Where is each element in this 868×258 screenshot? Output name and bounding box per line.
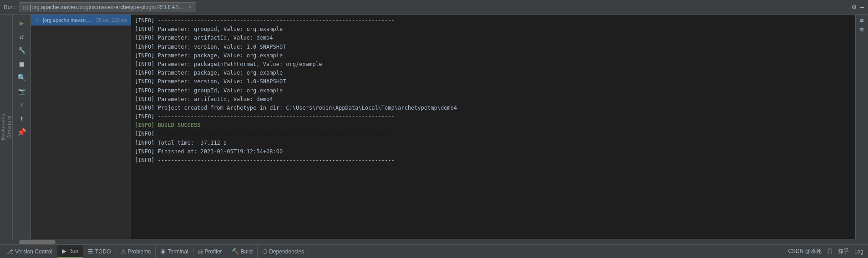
console-line: [INFO] Finished at: 2023-01-05T19:12:54+…	[135, 147, 852, 156]
structure-panel: Structure	[6, 15, 13, 239]
run-check-icon: ✓	[35, 16, 40, 24]
run-item[interactable]: ✓ [org.apache.maven.plugins:maven-archet…	[31, 15, 131, 25]
run-item-text: [org.apache.maven.plugins:maven-archetyp…	[43, 17, 93, 23]
bottom-tab-run[interactable]: ▶Run	[57, 245, 83, 258]
bottom-tab-todo[interactable]: ☰TODO	[83, 245, 116, 258]
sidebar-run-btn[interactable]: ▶	[15, 16, 29, 29]
tab-label-terminal: Terminal	[168, 248, 188, 255]
tab-icon-build: 🔨	[232, 248, 239, 255]
console-area[interactable]: [INFO] ---------------------------------…	[131, 15, 855, 239]
scroll-top-icon[interactable]: ≡	[860, 16, 863, 24]
console-line: [INFO] ---------------------------------…	[135, 130, 852, 138]
log-link[interactable]: Log↑	[854, 248, 866, 255]
hscroll-thumb[interactable]	[19, 240, 56, 244]
console-line: [INFO] Parameter: version, Value: 1.0-SN…	[135, 43, 852, 51]
bottom-right-links: CSDN @杀死一只知乎Log↑	[788, 248, 866, 255]
csdn-link[interactable]: CSDN @杀死一只	[788, 248, 832, 255]
scroll-bottom-icon[interactable]: ≣	[860, 26, 863, 34]
sidebar-flash-btn[interactable]: ⚡	[15, 98, 29, 111]
bookmarks-label: Bookmarks	[0, 113, 5, 140]
tab-label-profiler: Profiler	[205, 248, 222, 255]
close-tab-icon[interactable]: ✕	[188, 5, 192, 10]
minimize-icon[interactable]: —	[860, 3, 864, 11]
right-panel: ≡ ≣	[855, 15, 868, 239]
bottom-tab-dependencies[interactable]: ⬡Dependencies	[258, 245, 309, 258]
bookmarks-panel: Bookmarks	[0, 15, 6, 239]
console-line: [INFO] Parameter: artifactId, Value: dem…	[135, 95, 852, 104]
tab-icon-dependencies: ⬡	[262, 248, 267, 255]
sidebar-rerun-btn[interactable]: ↺	[15, 30, 29, 43]
tab-label-todo: TODO	[95, 248, 111, 255]
zhihu-link[interactable]: 知乎	[838, 248, 849, 255]
bottom-tab-terminal[interactable]: ▣Terminal	[156, 245, 193, 258]
tab-icon-problems: ⚠	[121, 248, 126, 255]
bottom-tab-problems[interactable]: ⚠Problems	[116, 245, 156, 258]
main-area: Bookmarks Structure ▶ ↺ 🔧 ■ 🔍 📷 ⚡ ⬆ 📌 ✓ …	[0, 15, 868, 239]
bottom-tab-build[interactable]: 🔨Build	[227, 245, 258, 258]
console-line: [INFO] Parameter: groupId, Value: org.ex…	[135, 25, 852, 34]
tab-label-run: Run	[68, 248, 78, 254]
run-tab[interactable]: m [org.apache.maven.plugins:maven-archet…	[19, 2, 196, 12]
console-line: [INFO] Parameter: version, Value: 1.0-SN…	[135, 77, 852, 86]
tab-icon-todo: ☰	[88, 248, 93, 255]
run-item-time: 38 sec, 219 ms	[96, 18, 127, 23]
console-line: [INFO] BUILD SUCCESS	[135, 121, 852, 130]
tab-icon-terminal: ▣	[160, 248, 166, 255]
run-tab-title: [org.apache.maven.plugins:maven-archetyp…	[30, 4, 185, 10]
horizontal-scrollbar[interactable]	[0, 239, 868, 244]
tab-label-build: Build	[241, 248, 253, 255]
console-line: [INFO] Parameter: package, Value: org.ex…	[135, 69, 852, 77]
tab-label-version control: Version Control	[15, 248, 52, 255]
console-line: [INFO] Total time: 37.112 s	[135, 139, 852, 147]
console-line: [INFO] Parameter: artifactId, Value: dem…	[135, 34, 852, 42]
run-label: Run:	[4, 4, 15, 10]
run-panel: ✓ [org.apache.maven.plugins:maven-archet…	[31, 15, 131, 239]
console-line: [INFO] Parameter: groupId, Value: org.ex…	[135, 86, 852, 95]
console-line: [INFO] ---------------------------------…	[135, 156, 852, 165]
console-line: [INFO] Project created from Archetype in…	[135, 104, 852, 112]
tab-label-problems: Problems	[128, 248, 151, 255]
sidebar: ▶ ↺ 🔧 ■ 🔍 📷 ⚡ ⬆ 📌	[13, 15, 31, 239]
sidebar-search-btn[interactable]: 🔍	[15, 71, 29, 84]
console-line: [INFO] Parameter: package, Value: org.ex…	[135, 51, 852, 60]
sidebar-pin-btn[interactable]: 📌	[15, 126, 29, 138]
tab-label-dependencies: Dependencies	[269, 248, 304, 255]
settings-icon[interactable]: ⚙	[852, 3, 857, 11]
run-bar: Run: m [org.apache.maven.plugins:maven-a…	[0, 0, 868, 15]
sidebar-stop-btn[interactable]: ■	[15, 57, 29, 70]
sidebar-snapshot-btn[interactable]: 📷	[15, 85, 29, 97]
console-line: [INFO] Parameter: packageInPathFormat, V…	[135, 60, 852, 69]
maven-icon: m	[23, 4, 28, 11]
tab-icon-profiler: ◎	[198, 248, 203, 255]
console-line: [INFO] ---------------------------------…	[135, 16, 852, 25]
console-line: [INFO] ---------------------------------…	[135, 112, 852, 121]
tab-icon-run: ▶	[62, 248, 66, 254]
bottom-bar: ⎇Version Control▶Run☰TODO⚠Problems▣Termi…	[0, 244, 868, 258]
tab-icon-version control: ⎇	[6, 248, 13, 255]
bottom-tab-version-control[interactable]: ⎇Version Control	[2, 245, 57, 258]
structure-label: Structure	[7, 116, 12, 138]
sidebar-wrench-btn[interactable]: 🔧	[15, 44, 29, 56]
bottom-tab-profiler[interactable]: ◎Profiler	[193, 245, 227, 258]
sidebar-upload-btn[interactable]: ⬆	[15, 112, 29, 125]
